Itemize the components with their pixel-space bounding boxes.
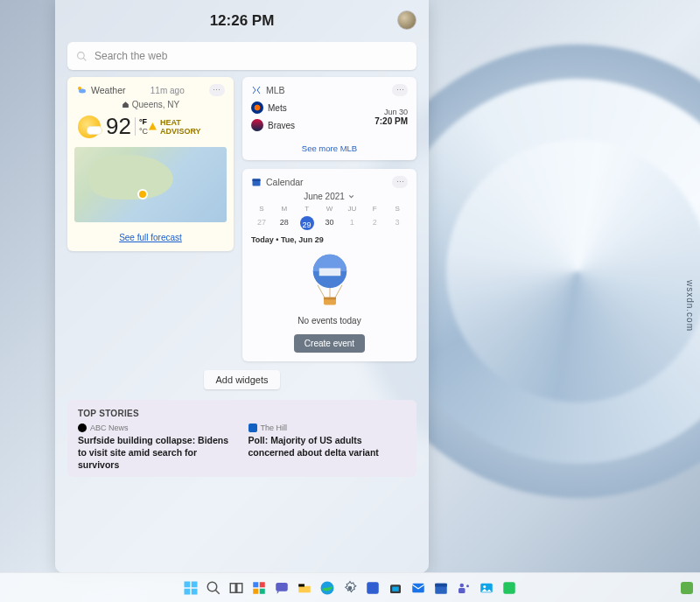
- svg-rect-13: [192, 588, 198, 594]
- teams-button[interactable]: [455, 579, 472, 597]
- mlb-more-button[interactable]: ⋯: [392, 84, 408, 96]
- chat-button[interactable]: [273, 579, 290, 597]
- app-blue[interactable]: [364, 579, 382, 597]
- start-button[interactable]: [182, 579, 200, 597]
- mlb-widget[interactable]: MLB ⋯ Mets Braves Jun 307:20 PM See more…: [242, 77, 416, 160]
- cal-day[interactable]: 28: [274, 216, 295, 230]
- add-widgets-button[interactable]: Add widgets: [204, 370, 281, 389]
- warning-icon: [148, 122, 158, 131]
- avatar[interactable]: [397, 10, 416, 30]
- calendar-widget[interactable]: Calendar ⋯ June 2021 SMTWJUFS 2728293012…: [242, 169, 416, 361]
- weather-temp: 92 °F°C: [78, 113, 148, 140]
- svg-line-1: [83, 58, 86, 60]
- svg-point-32: [460, 583, 465, 587]
- svg-rect-26: [367, 582, 379, 594]
- weather-widget[interactable]: Weather 11m ago ⋯ Queens, NY 92 °F°C: [67, 77, 234, 251]
- svg-rect-12: [185, 588, 191, 594]
- app-green[interactable]: [500, 579, 518, 597]
- balloon-icon: [305, 253, 354, 314]
- forecast-link[interactable]: See full forecast: [76, 228, 225, 244]
- svg-point-34: [466, 584, 469, 587]
- calendar-taskbar-button[interactable]: [432, 579, 450, 597]
- svg-rect-33: [458, 588, 466, 593]
- story-headline: Surfside building collapse: Bidens to vi…: [78, 434, 236, 472]
- svg-rect-28: [392, 586, 399, 591]
- cal-dow: S: [387, 205, 408, 213]
- cal-day[interactable]: 1: [341, 216, 362, 230]
- svg-rect-23: [298, 584, 304, 586]
- mlb-link[interactable]: See more MLB: [251, 136, 408, 153]
- edge-button[interactable]: [318, 579, 336, 597]
- create-event-button[interactable]: Create event: [294, 334, 365, 353]
- cal-dow: T: [297, 205, 318, 213]
- svg-rect-17: [237, 583, 242, 592]
- cal-day[interactable]: 3: [387, 216, 408, 230]
- taskbar: [0, 572, 700, 602]
- svg-rect-9: [324, 298, 336, 300]
- svg-rect-18: [253, 582, 258, 587]
- story-2[interactable]: The Hill Poll: Majority of US adults con…: [248, 424, 407, 472]
- weather-location[interactable]: Queens, NY: [76, 100, 225, 109]
- mail-button[interactable]: [410, 579, 427, 597]
- abc-logo-icon: [78, 424, 87, 432]
- settings-button[interactable]: [341, 579, 359, 597]
- mlb-team-1: Mets: [251, 102, 295, 114]
- calendar-more-button[interactable]: ⋯: [392, 176, 408, 188]
- svg-rect-31: [435, 583, 447, 586]
- mets-logo-icon: [251, 102, 263, 114]
- top-stories-heading: TOP STORIES: [78, 409, 406, 418]
- weather-title: Weather: [76, 85, 126, 95]
- cal-day[interactable]: 2: [364, 216, 385, 230]
- cal-dow: JU: [341, 205, 362, 213]
- svg-rect-7: [318, 269, 340, 276]
- search-button[interactable]: [205, 579, 222, 597]
- weather-more-button[interactable]: ⋯: [209, 84, 225, 96]
- calendar-month-picker[interactable]: June 2021: [251, 192, 408, 201]
- panel-header: 12:26 PM: [67, 7, 416, 35]
- svg-point-25: [348, 585, 353, 590]
- search-icon: [76, 51, 88, 62]
- weather-time: 11m ago: [150, 86, 185, 95]
- calendar-dow-row: SMTWJUFS: [251, 205, 408, 213]
- photos-button[interactable]: [478, 579, 495, 597]
- mlb-game-time: Jun 307:20 PM: [374, 108, 408, 126]
- store-button[interactable]: [387, 579, 404, 597]
- search-input[interactable]: Search the web: [67, 42, 416, 70]
- svg-rect-20: [253, 588, 258, 593]
- explorer-button[interactable]: [296, 579, 313, 597]
- map-pin-icon: [137, 189, 148, 200]
- search-placeholder: Search the web: [94, 50, 167, 62]
- cal-dow: M: [274, 205, 295, 213]
- svg-rect-37: [503, 582, 515, 594]
- taskview-button[interactable]: [228, 579, 245, 597]
- svg-rect-21: [260, 588, 265, 593]
- weather-advisory[interactable]: HEAT ADVISORY: [148, 118, 223, 136]
- calendar-today-label: Today • Tue, Jun 29: [251, 235, 408, 244]
- cal-day[interactable]: 29: [300, 216, 314, 230]
- cal-day[interactable]: 30: [319, 216, 340, 230]
- widgets-button[interactable]: [250, 579, 268, 597]
- home-icon: [122, 101, 130, 108]
- weather-map[interactable]: [74, 147, 227, 222]
- chevron-down-icon: [347, 192, 355, 200]
- sun-cloud-icon: [78, 116, 101, 138]
- cal-dow: S: [251, 205, 272, 213]
- cal-day[interactable]: 27: [251, 216, 272, 230]
- calendar-title: Calendar: [251, 177, 304, 187]
- svg-point-0: [78, 52, 85, 59]
- system-tray[interactable]: [681, 582, 693, 594]
- cal-dow: W: [319, 205, 340, 213]
- calendar-days-row[interactable]: 27282930123: [251, 216, 408, 230]
- story-1[interactable]: ABC News Surfside building collapse: Bid…: [78, 424, 236, 472]
- svg-rect-11: [192, 581, 198, 587]
- svg-point-3: [79, 89, 86, 94]
- top-stories-section: TOP STORIES ABC News Surfside building c…: [67, 400, 416, 477]
- svg-rect-19: [260, 582, 265, 587]
- watermark: wsxdn.com: [685, 280, 695, 332]
- story-headline: Poll: Majority of US adults concerned ab…: [248, 434, 407, 458]
- tray-icon[interactable]: [681, 582, 693, 594]
- svg-line-15: [215, 590, 220, 594]
- svg-point-14: [207, 582, 217, 592]
- no-events-label: No events today: [298, 316, 360, 326]
- mlb-team-2: Braves: [251, 119, 295, 131]
